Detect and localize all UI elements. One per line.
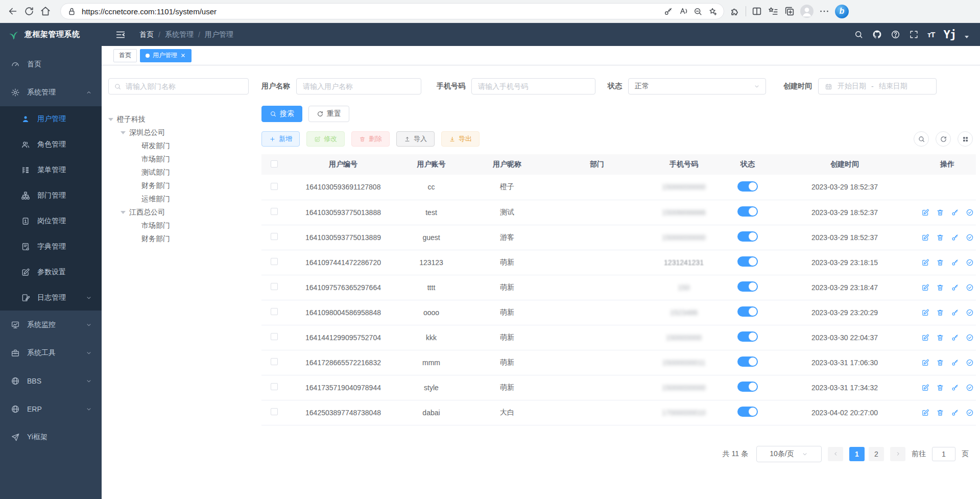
sidebar-item-user[interactable]: 用户管理 xyxy=(0,106,102,132)
tree-node[interactable]: 江西总公司 xyxy=(108,206,249,219)
row-edit-icon[interactable] xyxy=(921,384,929,392)
status-toggle[interactable] xyxy=(737,231,758,242)
tree-caret-icon[interactable] xyxy=(121,211,126,214)
home-icon[interactable] xyxy=(40,6,51,17)
sidebar-item-system[interactable]: 系统管理 xyxy=(0,78,102,106)
split-screen-icon[interactable] xyxy=(751,6,762,17)
row-edit-icon[interactable] xyxy=(921,409,929,417)
help-icon[interactable] xyxy=(891,30,900,39)
status-toggle[interactable] xyxy=(737,357,758,367)
status-toggle[interactable] xyxy=(737,181,758,192)
row-key-icon[interactable] xyxy=(951,283,959,292)
row-check-circle-icon[interactable] xyxy=(966,283,974,292)
row-check-circle-icon[interactable] xyxy=(966,308,974,317)
sidebar-item-post[interactable]: 岗位管理 xyxy=(0,208,102,234)
row-check-circle-icon[interactable] xyxy=(966,208,974,217)
row-edit-icon[interactable] xyxy=(921,308,929,317)
sidebar-item-monitor[interactable]: 系统监控 xyxy=(0,311,102,339)
close-icon[interactable] xyxy=(180,53,186,58)
tree-caret-icon[interactable] xyxy=(108,118,113,121)
row-trash-icon[interactable] xyxy=(936,359,944,367)
sidebar-item-log[interactable]: 日志管理 xyxy=(0,285,102,311)
row-check-circle-icon[interactable] xyxy=(966,409,974,417)
date-range-picker[interactable]: 开始日期 - 结束日期 xyxy=(818,78,937,94)
add-button[interactable]: 新增 xyxy=(261,131,300,147)
row-key-icon[interactable] xyxy=(951,233,959,242)
tree-node[interactable]: 测试部门 xyxy=(108,166,249,179)
tab-用户管理[interactable]: 用户管理 xyxy=(140,49,192,62)
export-button[interactable]: 导出 xyxy=(441,131,480,147)
row-key-icon[interactable] xyxy=(951,258,959,267)
sidebar-item-tools[interactable]: 系统工具 xyxy=(0,339,102,367)
row-key-icon[interactable] xyxy=(951,208,959,217)
row-checkbox[interactable] xyxy=(271,358,278,365)
page-button-2[interactable]: 2 xyxy=(869,447,884,461)
row-trash-icon[interactable] xyxy=(936,384,944,392)
font-size-icon[interactable] xyxy=(927,30,935,39)
browser-profile-avatar[interactable] xyxy=(800,5,814,18)
status-toggle[interactable] xyxy=(737,382,758,392)
del-button[interactable]: 删除 xyxy=(351,131,390,147)
add-favorite-icon[interactable] xyxy=(708,7,718,16)
status-toggle[interactable] xyxy=(737,256,758,267)
row-edit-icon[interactable] xyxy=(921,258,929,267)
sidebar-item-yi[interactable]: Yi框架 xyxy=(0,423,102,451)
row-edit-icon[interactable] xyxy=(921,233,929,242)
row-check-circle-icon[interactable] xyxy=(966,233,974,242)
row-key-icon[interactable] xyxy=(951,308,959,317)
password-key-icon[interactable] xyxy=(663,7,673,16)
row-checkbox[interactable] xyxy=(271,183,278,190)
username-input[interactable] xyxy=(296,78,421,94)
row-check-circle-icon[interactable] xyxy=(966,359,974,367)
tree-node[interactable]: 市场部门 xyxy=(108,219,249,232)
collections-icon[interactable] xyxy=(784,6,795,17)
status-toggle[interactable] xyxy=(737,306,758,317)
row-checkbox[interactable] xyxy=(271,308,278,315)
sidebar-item-bbs[interactable]: BBS xyxy=(0,367,102,395)
row-trash-icon[interactable] xyxy=(936,258,944,267)
sidebar-item-erp[interactable]: ERP xyxy=(0,395,102,423)
favorites-icon[interactable] xyxy=(768,6,779,17)
toolbar-search-icon[interactable] xyxy=(914,131,929,147)
app-logo[interactable]: 意框架管理系统 xyxy=(0,23,102,46)
phone-input[interactable] xyxy=(471,78,595,94)
row-key-icon[interactable] xyxy=(951,334,959,342)
search-button[interactable]: 搜索 xyxy=(261,106,302,122)
breadcrumb-item[interactable]: 系统管理 xyxy=(165,30,194,39)
reset-button[interactable]: 重置 xyxy=(308,106,349,122)
user-logo[interactable]: Yj xyxy=(944,28,957,41)
toolbar-columns-icon[interactable] xyxy=(958,131,973,147)
row-trash-icon[interactable] xyxy=(936,233,944,242)
tree-node[interactable]: 运维部门 xyxy=(108,193,249,206)
status-toggle[interactable] xyxy=(737,206,758,217)
row-check-circle-icon[interactable] xyxy=(966,258,974,267)
row-key-icon[interactable] xyxy=(951,409,959,417)
prev-page-button[interactable] xyxy=(828,447,843,461)
row-checkbox[interactable] xyxy=(271,408,278,415)
row-trash-icon[interactable] xyxy=(936,208,944,217)
tree-node[interactable]: 深圳总公司 xyxy=(108,126,249,139)
row-edit-icon[interactable] xyxy=(921,334,929,342)
row-key-icon[interactable] xyxy=(951,359,959,367)
row-check-circle-icon[interactable] xyxy=(966,384,974,392)
toolbar-refresh-icon[interactable] xyxy=(936,131,951,147)
row-checkbox[interactable] xyxy=(271,283,278,290)
back-arrow-icon[interactable] xyxy=(7,6,18,17)
tree-node[interactable]: 橙子科技 xyxy=(108,113,249,126)
lock-icon[interactable] xyxy=(67,7,77,16)
goto-page-input[interactable] xyxy=(932,447,955,461)
breadcrumb-item[interactable]: 首页 xyxy=(139,30,154,39)
import-button[interactable]: 导入 xyxy=(396,131,435,147)
row-edit-icon[interactable] xyxy=(921,283,929,292)
tree-node[interactable]: 研发部门 xyxy=(108,139,249,153)
status-toggle[interactable] xyxy=(737,281,758,292)
sidebar-item-dict[interactable]: 字典管理 xyxy=(0,234,102,259)
sidebar-item-role[interactable]: 角色管理 xyxy=(0,132,102,157)
row-checkbox[interactable] xyxy=(271,383,278,390)
next-page-button[interactable] xyxy=(890,447,905,461)
row-checkbox[interactable] xyxy=(271,258,278,265)
row-checkbox[interactable] xyxy=(271,208,278,215)
row-trash-icon[interactable] xyxy=(936,283,944,292)
more-options-icon[interactable] xyxy=(819,6,830,17)
row-trash-icon[interactable] xyxy=(936,409,944,417)
